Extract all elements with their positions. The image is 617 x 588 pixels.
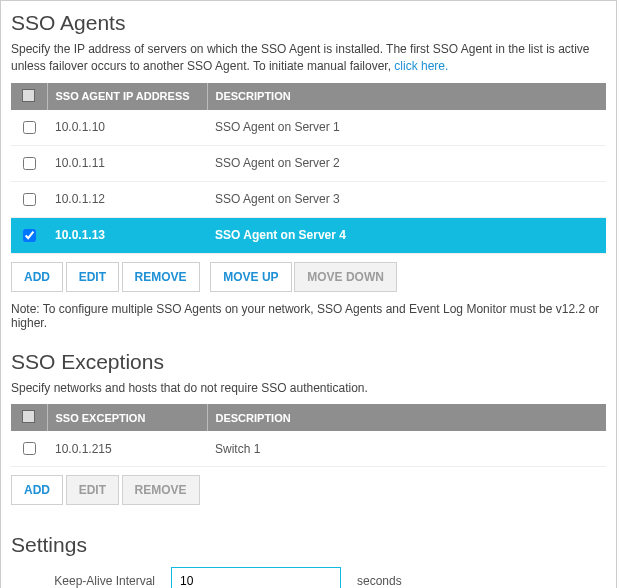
exceptions-header-checkbox[interactable] [11,404,47,431]
agent-ip-cell: 10.0.1.11 [47,145,207,181]
sso-agents-title: SSO Agents [11,11,606,35]
agents-header-ip: SSO AGENT IP ADDRESS [47,83,207,110]
agent-ip-cell: 10.0.1.10 [47,110,207,146]
exceptions-button-row: ADD EDIT REMOVE [11,475,606,505]
table-row[interactable]: 10.0.1.13SSO Agent on Server 4 [11,217,606,253]
exceptions-add-button[interactable]: ADD [11,475,63,505]
table-row[interactable]: 10.0.1.10SSO Agent on Server 1 [11,110,606,146]
agents-header-checkbox[interactable] [11,83,47,110]
sso-exceptions-title: SSO Exceptions [11,350,606,374]
agents-moveup-button[interactable]: MOVE UP [210,262,291,292]
agent-ip-cell: 10.0.1.12 [47,181,207,217]
settings-title: Settings [11,533,606,557]
agent-row-checkbox[interactable] [23,121,36,134]
sso-agents-desc-text: Specify the IP address of servers on whi… [11,42,590,73]
agent-desc-cell: SSO Agent on Server 4 [207,217,606,253]
keepalive-interval-row: Keep-Alive Interval seconds [11,567,606,588]
exception-ip-cell: 10.0.1.215 [47,431,207,467]
sso-exceptions-description: Specify networks and hosts that do not r… [11,380,606,397]
sso-exceptions-table: SSO EXCEPTION DESCRIPTION 10.0.1.215Swit… [11,404,606,467]
exceptions-remove-button: REMOVE [122,475,200,505]
agent-row-checkbox[interactable] [23,193,36,206]
exceptions-header-exc: SSO EXCEPTION [47,404,207,431]
agent-desc-cell: SSO Agent on Server 1 [207,110,606,146]
agents-header-desc: DESCRIPTION [207,83,606,110]
agent-ip-cell: 10.0.1.13 [47,217,207,253]
agents-button-row: ADD EDIT REMOVE MOVE UP MOVE DOWN [11,262,606,292]
manual-failover-link[interactable]: click here. [394,59,448,73]
agents-edit-button[interactable]: EDIT [66,262,119,292]
sso-agents-description: Specify the IP address of servers on whi… [11,41,606,75]
agent-row-checkbox[interactable] [23,229,36,242]
exception-desc-cell: Switch 1 [207,431,606,467]
exceptions-header-desc: DESCRIPTION [207,404,606,431]
keepalive-interval-unit: seconds [357,574,402,588]
agent-desc-cell: SSO Agent on Server 3 [207,181,606,217]
table-row[interactable]: 10.0.1.12SSO Agent on Server 3 [11,181,606,217]
table-row[interactable]: 10.0.1.11SSO Agent on Server 2 [11,145,606,181]
agents-note: Note: To configure multiple SSO Agents o… [11,302,606,330]
exception-row-checkbox[interactable] [23,442,36,455]
exceptions-edit-button: EDIT [66,475,119,505]
agents-movedown-button: MOVE DOWN [294,262,397,292]
keepalive-interval-label: Keep-Alive Interval [11,574,171,588]
agent-row-checkbox[interactable] [23,157,36,170]
agent-desc-cell: SSO Agent on Server 2 [207,145,606,181]
keepalive-interval-input[interactable] [171,567,341,588]
sso-agents-table: SSO AGENT IP ADDRESS DESCRIPTION 10.0.1.… [11,83,606,254]
agents-remove-button[interactable]: REMOVE [122,262,200,292]
agents-add-button[interactable]: ADD [11,262,63,292]
table-row[interactable]: 10.0.1.215Switch 1 [11,431,606,467]
